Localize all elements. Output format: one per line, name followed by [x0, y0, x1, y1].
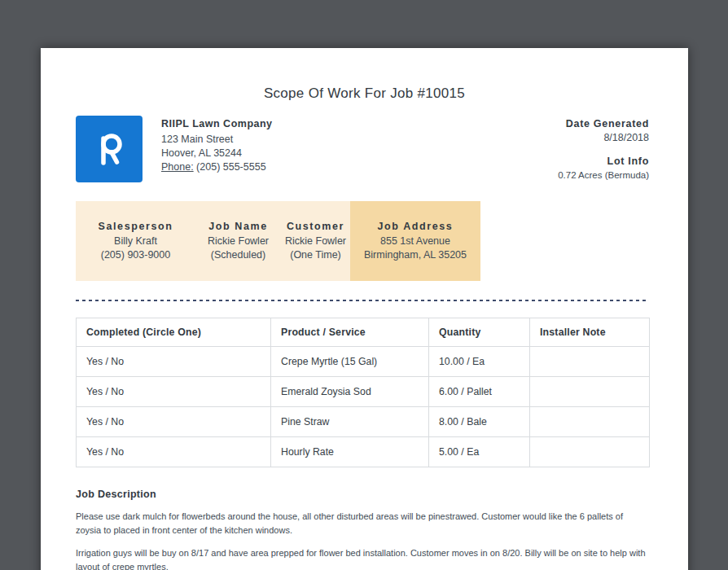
lot-info-value: 0.72 Acres (Bermuda) — [558, 169, 649, 182]
cell-installer-note — [530, 437, 650, 467]
cell-installer-note — [530, 347, 650, 377]
cell-quantity: 10.00 / Ea — [429, 347, 530, 377]
cell-product: Pine Straw — [271, 407, 429, 437]
table-header-row: Completed (Circle One) Product / Service… — [77, 318, 650, 347]
column-header-quantity: Quantity — [429, 318, 530, 347]
cell-product: Hourly Rate — [271, 437, 429, 467]
lot-info-label: Lot Info — [558, 155, 649, 169]
customer-type: (One Time) — [281, 248, 350, 262]
document-header: RIIPL Lawn Company 123 Main Street Hoove… — [76, 116, 649, 182]
cell-completed: Yes / No — [77, 407, 271, 437]
column-header-completed: Completed (Circle One) — [77, 318, 271, 347]
job-address-line2: Birmingham, AL 35205 — [350, 248, 480, 262]
column-header-installer-note: Installer Note — [530, 318, 650, 347]
company-address-line2: Hoover, AL 35244 — [161, 147, 273, 160]
cell-product: Crepe Myrtle (15 Gal) — [271, 347, 429, 377]
work-items-table: Completed (Circle One) Product / Service… — [76, 318, 650, 467]
r-mark-icon — [91, 129, 127, 169]
phone-label: Phone: — [161, 161, 194, 173]
table-row: Yes / No Hourly Rate 5.00 / Ea — [77, 437, 650, 467]
phone-number: (205) 555-5555 — [196, 161, 265, 173]
salesperson-name: Billy Kraft — [76, 235, 195, 248]
cell-quantity: 8.00 / Bale — [429, 407, 530, 437]
job-info-band: Salesperson Billy Kraft (205) 903-9000 J… — [76, 201, 480, 281]
cell-quantity: 6.00 / Pallet — [429, 377, 530, 407]
job-address-label: Job Address — [350, 220, 480, 234]
table-row: Yes / No Emerald Zoysia Sod 6.00 / Palle… — [77, 377, 650, 407]
band-cell-customer: Customer Rickie Fowler (One Time) — [281, 201, 350, 281]
cell-installer-note — [530, 377, 650, 407]
job-name-status: (Scheduled) — [195, 248, 281, 262]
company-info: RIIPL Lawn Company 123 Main Street Hoove… — [161, 116, 273, 174]
band-cell-salesperson: Salesperson Billy Kraft (205) 903-9000 — [76, 201, 195, 281]
customer-label: Customer — [281, 220, 350, 234]
document-meta: Date Generated 8/18/2018 Lot Info 0.72 A… — [558, 116, 649, 182]
company-logo — [76, 116, 143, 182]
column-header-product: Product / Service — [271, 318, 429, 347]
company-name: RIIPL Lawn Company — [161, 117, 273, 131]
company-phone: Phone: (205) 555-5555 — [161, 160, 273, 174]
date-generated-value: 8/18/2018 — [558, 131, 649, 145]
job-address-line1: 855 1st Avenue — [350, 235, 480, 248]
dashed-divider — [76, 300, 649, 301]
job-description-heading: Job Description — [76, 489, 649, 500]
company-address-line1: 123 Main Street — [161, 133, 273, 147]
job-name-label: Job Name — [195, 220, 281, 234]
cell-completed: Yes / No — [77, 437, 271, 467]
cell-product: Emerald Zoysia Sod — [271, 377, 429, 407]
band-cell-job-address: Job Address 855 1st Avenue Birmingham, A… — [350, 201, 480, 281]
cell-quantity: 5.00 / Ea — [429, 437, 530, 467]
page-title: Scope Of Work For Job #10015 — [41, 48, 688, 102]
band-cell-job-name: Job Name Rickie Fowler (Scheduled) — [195, 201, 281, 281]
cell-installer-note — [530, 407, 650, 437]
salesperson-label: Salesperson — [76, 220, 195, 234]
table-row: Yes / No Pine Straw 8.00 / Bale — [77, 407, 650, 437]
cell-completed: Yes / No — [77, 377, 271, 407]
job-description-paragraph-2: Irrigation guys will be buy on 8/17 and … — [76, 546, 649, 570]
meta-spacer — [558, 145, 649, 155]
job-description-paragraph-1: Please use dark mulch for flowerbeds aro… — [76, 510, 649, 537]
table-row: Yes / No Crepe Myrtle (15 Gal) 10.00 / E… — [77, 347, 650, 377]
salesperson-phone: (205) 903-9000 — [76, 248, 195, 262]
cell-completed: Yes / No — [77, 347, 271, 377]
customer-name: Rickie Fowler — [281, 235, 350, 248]
job-name-value: Rickie Fowler — [195, 235, 281, 248]
document-page: Scope Of Work For Job #10015 RIIPL Lawn … — [41, 48, 688, 570]
date-generated-label: Date Generated — [558, 117, 649, 131]
